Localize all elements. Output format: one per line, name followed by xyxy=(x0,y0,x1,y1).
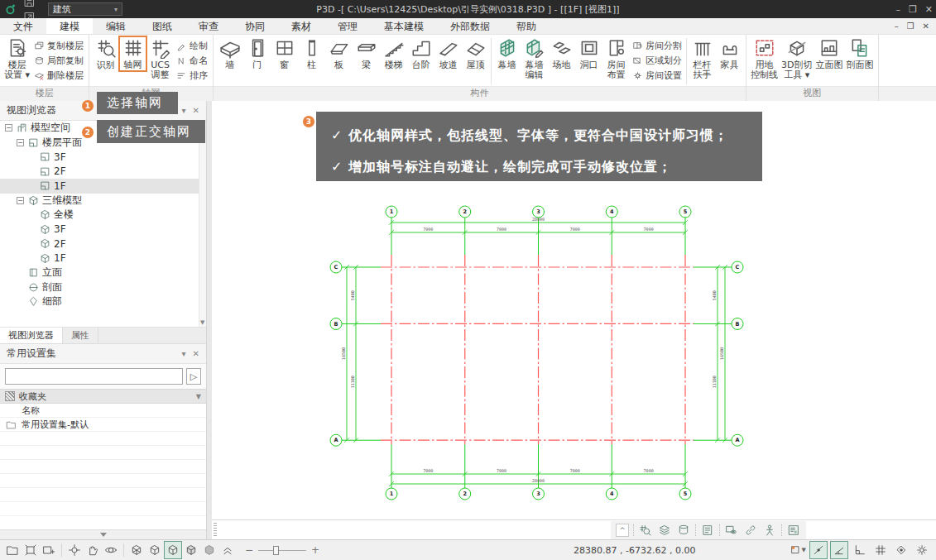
ribbon-button-用地控制线[interactable]: 用地 控制线 xyxy=(749,36,780,81)
ribbon-button-房间设置[interactable]: 房间设置 xyxy=(630,68,684,83)
zoom-out-button[interactable]: − xyxy=(245,544,253,556)
tree-expander-icon[interactable]: − xyxy=(17,197,24,204)
panel-collapse-strip[interactable] xyxy=(0,529,206,539)
new-view-button[interactable] xyxy=(4,542,21,558)
doc-restore-button[interactable]: ❒ xyxy=(907,22,914,31)
ribbon-button-板[interactable]: 板 xyxy=(325,36,353,71)
close-button[interactable]: ✕ xyxy=(925,4,933,15)
zoom-extents-button[interactable] xyxy=(66,542,83,558)
cube-wire-button[interactable] xyxy=(128,542,145,558)
viewport-button[interactable] xyxy=(22,542,39,558)
menu-tab-协同[interactable]: 协同 xyxy=(232,18,278,34)
zoom-slider-thumb[interactable] xyxy=(273,546,279,555)
ribbon-button-家具[interactable]: 家具 xyxy=(716,36,743,71)
drag-handle-icon[interactable] xyxy=(214,523,217,538)
table-row[interactable]: 常用设置集-默认 xyxy=(0,418,206,432)
cube-solid-button[interactable] xyxy=(183,542,199,558)
settings-gear-button[interactable] xyxy=(914,542,930,558)
scroll-down-icon[interactable]: ▼ xyxy=(200,319,204,326)
ribbon-button-区域划分[interactable]: 区域划分 xyxy=(630,53,684,68)
zoom-in-button[interactable]: + xyxy=(311,544,319,556)
tree-expander-icon[interactable]: − xyxy=(17,139,24,146)
panel-close-icon[interactable]: ✕ xyxy=(193,106,199,115)
menu-tab-建模[interactable]: 建模 xyxy=(46,18,93,34)
panel-tab-属性[interactable]: 属性 xyxy=(63,328,98,343)
ribbon-button-3D剖切工具[interactable]: 3D剖切 工具 ▾ xyxy=(780,36,814,81)
doc-close-button[interactable]: ✕ xyxy=(923,22,929,31)
menu-tab-管理[interactable]: 管理 xyxy=(324,18,371,34)
tree-item-3F[interactable]: − 3F xyxy=(0,223,206,237)
tree-item-2F[interactable]: − 2F xyxy=(0,165,206,179)
gizmo-button[interactable] xyxy=(893,542,910,558)
menu-tab-编辑[interactable]: 编辑 xyxy=(93,18,139,34)
menu-tab-外部数据[interactable]: 外部数据 xyxy=(437,18,503,34)
ribbon-button-复制楼层[interactable]: 复制楼层 xyxy=(31,38,86,53)
pan-button[interactable] xyxy=(84,542,101,558)
ribbon-button-梁[interactable]: 梁 xyxy=(353,36,380,71)
cube-dark-button[interactable] xyxy=(201,542,218,558)
ribbon-button-立面图[interactable]: 立面图 xyxy=(814,36,845,71)
run-search-button[interactable]: ▷ xyxy=(186,368,201,385)
ribbon-button-幕墙[interactable]: 幕墙 xyxy=(493,36,521,71)
menu-tab-素材[interactable]: 素材 xyxy=(278,18,324,34)
ribbon-button-场地[interactable]: 场地 xyxy=(548,36,575,71)
grid-snap-button[interactable] xyxy=(872,542,889,558)
collapse-up-button[interactable] xyxy=(219,542,236,558)
new-window-button[interactable] xyxy=(41,542,57,558)
ribbon-button-命名[interactable]: 命名 xyxy=(174,53,210,68)
layers-button[interactable] xyxy=(657,523,672,538)
tree-item-剖面[interactable]: − 剖面 xyxy=(0,280,206,295)
restore-button[interactable]: ❒ xyxy=(909,4,917,15)
minimize-button[interactable]: – xyxy=(895,4,900,15)
menu-tab-基本建模[interactable]: 基本建模 xyxy=(371,18,437,34)
menu-tab-图纸[interactable]: 图纸 xyxy=(139,18,185,34)
favorites-header[interactable]: 收藏夹 ▼ xyxy=(0,389,206,404)
ribbon-button-排序[interactable]: 排序 xyxy=(174,68,210,83)
link-button[interactable] xyxy=(743,523,758,538)
toolbar-collapse-button[interactable]: ^ xyxy=(616,524,629,537)
panel-tab-视图浏览器[interactable]: 视图浏览器 xyxy=(0,328,63,343)
ribbon-button-门[interactable]: 门 xyxy=(243,36,271,71)
ribbon-button-柱[interactable]: 柱 xyxy=(298,36,325,71)
cube-hidden-button[interactable] xyxy=(146,542,163,558)
ribbon-button-剖面图[interactable]: 剖面图 xyxy=(845,36,876,71)
selection-mode-button[interactable]: ▼ xyxy=(790,542,806,558)
ribbon-button-坡道[interactable]: 坡道 xyxy=(434,36,462,71)
perpendicular-snap-button[interactable] xyxy=(852,542,868,558)
tree-item-三维模型[interactable]: − 三维模型 xyxy=(0,194,206,208)
tree-item-3F[interactable]: − 3F xyxy=(0,150,206,165)
settings-search-input[interactable] xyxy=(5,368,183,385)
tree-item-立面[interactable]: − 立面 xyxy=(0,266,206,280)
ribbon-button-栏杆扶手[interactable]: 栏杆 扶手 xyxy=(689,36,716,81)
panel-collapse-icon[interactable]: ▾ xyxy=(182,106,186,115)
report-button[interactable] xyxy=(786,523,801,538)
cube-shaded-button[interactable] xyxy=(165,542,181,558)
tree-item-2F[interactable]: − 2F xyxy=(0,237,206,251)
ribbon-button-楼梯[interactable]: 楼梯 xyxy=(380,36,407,71)
command-bar[interactable]: ^ xyxy=(212,519,936,539)
tree-scrollbar[interactable]: ▼ xyxy=(199,121,206,327)
menu-tab-文件[interactable]: 文件 xyxy=(0,18,46,34)
ribbon-button-局部复制[interactable]: 局部复制 xyxy=(31,53,86,68)
ribbon-button-屋顶[interactable]: 屋顶 xyxy=(462,36,489,71)
ribbon-button-幕墙编辑[interactable]: 幕墙 编辑 xyxy=(521,36,548,81)
ribbon-button-楼层设置[interactable]: 楼层 设置 ▾ xyxy=(2,36,31,81)
doc-minimize-button[interactable]: – xyxy=(895,22,899,31)
ribbon-button-识别[interactable]: 识别 xyxy=(92,36,119,71)
ribbon-button-轴网[interactable]: 轴网 xyxy=(119,36,146,71)
polar-tracking-button[interactable] xyxy=(831,542,847,558)
menu-tab-审查[interactable]: 审查 xyxy=(185,18,232,34)
ribbon-button-墙[interactable]: 墙 xyxy=(216,36,243,71)
ribbon-button-窗[interactable]: 窗 xyxy=(271,36,298,71)
tree-item-1F[interactable]: − 1F xyxy=(0,251,206,266)
ortho-mode-button[interactable] xyxy=(810,542,827,558)
ribbon-button-UCS调整[interactable]: UCS 调整 xyxy=(146,36,174,81)
save-button[interactable] xyxy=(22,0,36,9)
tree-item-1F[interactable]: − 1F xyxy=(0,179,206,194)
ribbon-button-绘制[interactable]: 绘制 xyxy=(174,38,210,53)
ribbon-button-房间分割[interactable]: 房间分割 xyxy=(630,38,684,53)
tree-expander-icon[interactable]: − xyxy=(5,124,12,132)
mannequin-button[interactable] xyxy=(762,523,777,538)
visibility-button[interactable] xyxy=(724,523,739,538)
ribbon-button-洞口[interactable]: 洞口 xyxy=(575,36,602,71)
